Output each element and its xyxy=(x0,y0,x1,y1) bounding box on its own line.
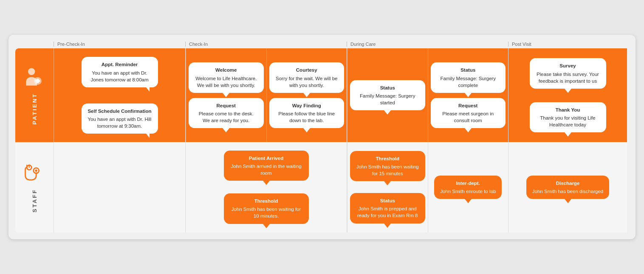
svg-point-6 xyxy=(35,170,37,172)
threshold-15-title: Threshold xyxy=(356,155,419,162)
self-schedule-bubble: Self Schedule Confirmation You have an a… xyxy=(82,103,158,134)
wayfinding-body: Please follow the blue line down to the … xyxy=(278,111,335,123)
courtesy-bubble: Courtesy Sorry for the wait. We will be … xyxy=(269,62,345,92)
status-surgery-started-title: Status xyxy=(356,84,419,91)
during-left: Status Family Message: Surgery started xyxy=(347,48,428,142)
appt-reminder-bubble: Appt. Reminder You have an appt with Dr.… xyxy=(82,57,158,87)
stethoscope-icon xyxy=(23,162,46,185)
threshold-10-bubble: Threshold John Smith has been waiting fo… xyxy=(224,193,309,224)
phase-header-post: Post Visit xyxy=(508,42,627,47)
staff-postvisit-section: Discharge John Smith has been discharged xyxy=(508,142,627,232)
patient-icon xyxy=(23,66,46,89)
interdept-title: Inter-dept. xyxy=(440,180,496,187)
staff-row: STAFF Patient Arrived John Smith arrived… xyxy=(15,142,629,232)
svg-point-0 xyxy=(28,68,35,75)
courtesy-title: Courtesy xyxy=(275,67,339,73)
request-bubble: Request Please come to the desk. We are … xyxy=(189,98,264,128)
patient-postvisit-section: Survey Please take this survey. Your fee… xyxy=(508,48,627,142)
welcome-title: Welcome xyxy=(195,67,258,73)
patient-arrived-title: Patient Arrived xyxy=(230,155,303,162)
request-surgeon-title: Request xyxy=(437,102,500,109)
staff-during-section: Threshold John Smith has been waiting fo… xyxy=(347,142,508,232)
appt-reminder-title: Appt. Reminder xyxy=(88,61,152,68)
welcome-bubble: Welcome Welcome to Life Healthcare. We w… xyxy=(189,62,264,92)
staff-during-left: Threshold John Smith has been waiting fo… xyxy=(347,142,428,232)
thankyou-body: Thank you for visiting Life Healthcare t… xyxy=(540,115,595,127)
thankyou-bubble: Thank You Thank you for visiting Life He… xyxy=(530,102,606,132)
status-prepped-body: John Smith is prepped and ready for you … xyxy=(357,206,418,218)
request-title: Request xyxy=(195,102,258,109)
thankyou-title: Thank You xyxy=(536,106,600,113)
patient-label-col: PATIENT xyxy=(15,48,54,142)
discharge-body: John Smith has been discharged xyxy=(532,189,604,194)
patient-during-section: Status Family Message: Surgery started S… xyxy=(347,48,508,142)
status-surgery-complete-body: Family Message: Surgery complete xyxy=(441,76,496,88)
patient-precheckin-section: Appt. Reminder You have an appt with Dr.… xyxy=(54,48,185,142)
threshold-15-bubble: Threshold John Smith has been waiting fo… xyxy=(350,151,425,181)
wayfinding-title: Way Finding xyxy=(275,102,339,109)
staff-row-label: STAFF xyxy=(31,189,38,212)
discharge-title: Discharge xyxy=(532,180,604,187)
self-schedule-title: Self Schedule Confirmation xyxy=(88,108,152,115)
request-body: Please come to the desk. We are ready fo… xyxy=(199,111,254,123)
patient-arrived-body: John Smith arrived in the waiting room xyxy=(231,164,301,176)
staff-during-right: Inter-dept. John Smith enroute to lab xyxy=(428,142,508,232)
threshold-15-body: John Smith has been waiting for 15 minut… xyxy=(356,164,419,176)
status-surgery-started-body: Family Message: Surgery started xyxy=(360,93,415,105)
phase-header-during: During Care xyxy=(347,42,508,47)
survey-title: Survey xyxy=(536,62,600,69)
chart-container: Pre-Check-In Check-In During Care Post V… xyxy=(8,35,636,239)
status-surgery-complete-title: Status xyxy=(437,67,500,73)
courtesy-body: Sorry for the wait. We will be with you … xyxy=(276,76,338,88)
interdept-bubble: Inter-dept. John Smith enroute to lab xyxy=(434,176,502,199)
appt-reminder-body: You have an appt with Dr. Jones tomorrow… xyxy=(90,70,148,82)
threshold-10-body: John Smith has been waiting for 10 minut… xyxy=(232,207,301,218)
patient-row-label: PATIENT xyxy=(31,93,38,125)
patient-arrived-bubble: Patient Arrived John Smith arrived in th… xyxy=(224,151,309,181)
phase-headers: Pre-Check-In Check-In During Care Post V… xyxy=(54,42,629,47)
patient-checkin-section: Welcome Welcome to Life Healthcare. We w… xyxy=(185,48,347,142)
patient-row: PATIENT Appt. Reminder You have an appt … xyxy=(15,48,629,142)
status-surgery-started-bubble: Status Family Message: Surgery started xyxy=(350,80,425,110)
checkin-right: Courtesy Sorry for the wait. We will be … xyxy=(266,48,347,142)
during-right: Status Family Message: Surgery complete … xyxy=(428,48,508,142)
svg-rect-3 xyxy=(35,80,40,82)
staff-precheckin-section xyxy=(54,142,185,232)
survey-body: Please take this survey. Your feedback i… xyxy=(537,72,599,84)
interdept-body: John Smith enroute to lab xyxy=(440,189,496,194)
welcome-body: Welcome to Life Healthcare. We will be w… xyxy=(195,76,257,88)
status-surgery-complete-bubble: Status Family Message: Surgery complete xyxy=(431,62,506,92)
wayfinding-bubble: Way Finding Please follow the blue line … xyxy=(269,98,345,128)
status-prepped-title: Status xyxy=(356,197,419,204)
phase-header-precheckin: Pre-Check-In xyxy=(54,42,185,47)
checkin-left: Welcome Welcome to Life Healthcare. We w… xyxy=(186,48,266,142)
staff-checkin-section: Patient Arrived John Smith arrived in th… xyxy=(185,142,347,232)
request-surgeon-bubble: Request Please meet surgeon in consult r… xyxy=(431,98,506,128)
phase-header-checkin: Check-In xyxy=(185,42,347,47)
survey-bubble: Survey Please take this survey. Your fee… xyxy=(530,58,606,88)
self-schedule-body: You have an appt with Dr. Hill tomorrow … xyxy=(88,117,152,129)
threshold-10-title: Threshold xyxy=(230,198,303,204)
request-surgeon-body: Please meet surgeon in consult room xyxy=(442,111,494,123)
status-prepped-bubble: Status John Smith is prepped and ready f… xyxy=(350,193,425,223)
staff-label-col: STAFF xyxy=(15,142,54,232)
discharge-bubble: Discharge John Smith has been discharged xyxy=(526,176,610,199)
